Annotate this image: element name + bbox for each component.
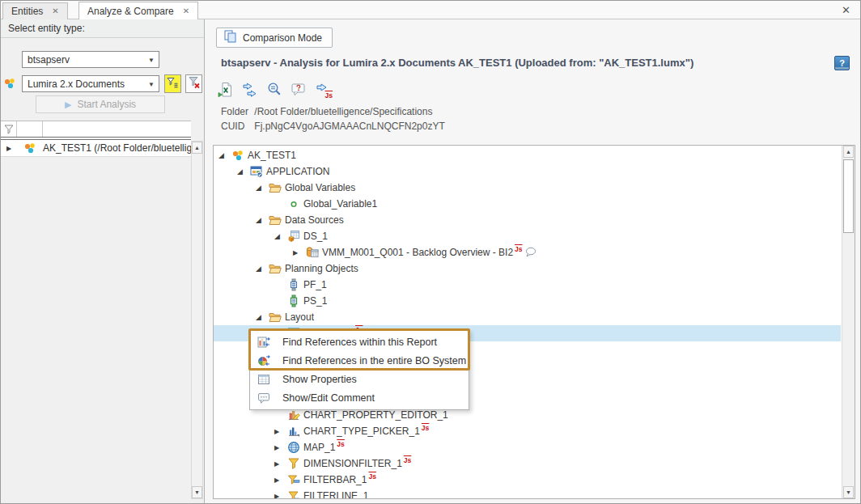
expand-arrow-icon[interactable]: ▶ bbox=[274, 444, 287, 451]
tree-item-label: FILTERLINE_1 bbox=[303, 490, 368, 499]
chevron-down-icon: ▼ bbox=[148, 81, 155, 88]
menu-item-label: Find References in the entire BO System bbox=[282, 355, 466, 366]
entity-list-filter-cell[interactable] bbox=[43, 121, 191, 137]
system-dropdown[interactable]: btsapserv ▼ bbox=[22, 51, 159, 68]
entity-row-label: AK_TEST1 (/Root Folder/bluetelligenc bbox=[43, 142, 191, 154]
tree-item-label: FILTERBAR_1 bbox=[303, 474, 367, 485]
entity-list-filter-row[interactable] bbox=[1, 121, 191, 137]
tree-item-pf-1[interactable]: PF_1 bbox=[214, 277, 841, 293]
entity-list-filter-cell[interactable] bbox=[17, 121, 43, 137]
expand-arrow-icon[interactable]: ▶ bbox=[274, 460, 287, 468]
app-window: Entities ✕ Analyze & Compare ✕ ✕ Select … bbox=[0, 0, 861, 504]
scrollbar-thumb[interactable] bbox=[843, 159, 854, 233]
tree-item-layout[interactable]: ◢ Layout bbox=[214, 309, 841, 325]
collapse-arrow-icon[interactable]: ◢ bbox=[256, 265, 269, 273]
tree-item-label: Global_Variable1 bbox=[303, 198, 377, 210]
expand-arrow-icon[interactable]: ▶ bbox=[274, 476, 287, 484]
menu-item-label: Show Properties bbox=[282, 374, 357, 385]
tree-item-global-variables[interactable]: ◢ Global Variables bbox=[214, 180, 841, 196]
tree-item-ak-test1[interactable]: ◢ AK_TEST1 bbox=[214, 147, 841, 163]
select-entity-type-header: Select entity type: bbox=[1, 19, 204, 38]
collapse-arrow-icon[interactable]: ◢ bbox=[256, 313, 269, 321]
collapse-arrow-icon[interactable]: ◢ bbox=[274, 232, 287, 240]
tree-item-application[interactable]: ◢ APPLICATION bbox=[214, 163, 841, 180]
tree-scrollbar[interactable]: ▲ ▼ bbox=[842, 146, 855, 498]
menu-item-find-references-report[interactable]: Find References within this Report bbox=[250, 332, 469, 351]
help-button[interactable]: ? bbox=[834, 56, 850, 70]
js-badge: Js bbox=[422, 424, 429, 432]
find-in-bo-system-icon bbox=[257, 354, 270, 367]
folder-row: Folder /Root Folder/bluetelligence/Speci… bbox=[221, 106, 432, 117]
comment-indicator-icon bbox=[525, 247, 537, 260]
tree-item-ps-1[interactable]: PS_1 bbox=[214, 293, 841, 309]
tree-item-vmm-query[interactable]: ▶ VMM_M001_Q001 - Backlog Overview - BI2… bbox=[214, 244, 841, 260]
analysis-panel: Comparison Mode btsapserv - Analysis for… bbox=[205, 19, 860, 503]
expand-arrow-icon[interactable]: ▶ bbox=[1, 145, 17, 152]
dimension-filter-icon bbox=[287, 457, 303, 470]
cuid-value: Fj.pNgC4VgoAJGMAAACnLNQCFN2p0zYT bbox=[254, 121, 444, 132]
scroll-up-icon[interactable]: ▲ bbox=[192, 142, 202, 154]
clear-filter-button[interactable] bbox=[185, 74, 202, 93]
scroll-down-icon[interactable]: ▼ bbox=[192, 486, 202, 498]
folder-icon bbox=[269, 214, 285, 227]
menu-item-find-references-bo-system[interactable]: Find References in the entire BO System bbox=[250, 351, 469, 370]
collapse-arrow-icon[interactable]: ◢ bbox=[218, 151, 231, 159]
filter-bar-icon bbox=[287, 473, 303, 486]
tree-item-chart-type-picker-1[interactable]: ▶ CHART_TYPE_PICKER_1 Js bbox=[214, 423, 841, 439]
comparison-mode-button[interactable]: Comparison Mode bbox=[216, 28, 333, 48]
js-badge: Js bbox=[368, 472, 375, 481]
tree-item-global-variable1[interactable]: Global_Variable1 bbox=[214, 196, 841, 212]
expand-arrow-icon[interactable]: ▶ bbox=[274, 493, 287, 500]
tab-close-icon[interactable]: ✕ bbox=[183, 7, 189, 15]
expand-arrow-icon[interactable]: ▶ bbox=[293, 249, 306, 256]
scroll-up-icon[interactable]: ▲ bbox=[843, 146, 854, 158]
tree-item-label: CHART_TYPE_PICKER_1 bbox=[303, 426, 420, 437]
tab-analyze-compare[interactable]: Analyze & Compare ✕ bbox=[78, 2, 198, 19]
analysis-toolbar: Js bbox=[218, 82, 332, 99]
entity-type-dropdown[interactable]: Lumira 2.x Documents ▼ bbox=[22, 75, 159, 92]
tree-item-filterline-1[interactable]: ▶ FILTERLINE_1 bbox=[214, 488, 841, 499]
funnel-filter-icon[interactable] bbox=[1, 121, 17, 137]
system-dropdown-value: btsapserv bbox=[28, 54, 70, 66]
zoom-search-icon[interactable] bbox=[266, 82, 283, 99]
collapse-arrow-icon[interactable]: ◢ bbox=[256, 184, 269, 192]
chart-property-editor-icon bbox=[287, 409, 303, 421]
tree-item-ds-1[interactable]: ◢ DS_1 bbox=[214, 228, 841, 244]
find-references-icon[interactable] bbox=[242, 82, 259, 99]
tree-item-label: DS_1 bbox=[303, 231, 328, 242]
tab-bar: Entities ✕ Analyze & Compare ✕ ✕ bbox=[1, 1, 860, 19]
collapse-arrow-icon[interactable]: ◢ bbox=[237, 167, 250, 176]
tree-item-data-sources[interactable]: ◢ Data Sources bbox=[214, 212, 841, 228]
tree-item-label: Planning Objects bbox=[285, 263, 358, 274]
clear-filter-icon bbox=[188, 76, 201, 91]
tree-item-dimensionfilter-1[interactable]: ▶ DIMENSIONFILTER_1 Js bbox=[214, 455, 841, 472]
find-in-report-icon bbox=[257, 336, 270, 349]
start-analysis-button[interactable]: ▶ Start Analysis bbox=[36, 95, 165, 113]
entity-row-ak-test1[interactable]: ▶ AK_TEST1 (/Root Folder/bluetelligenc bbox=[1, 140, 191, 157]
menu-item-show-edit-comment[interactable]: Show/Edit Comment bbox=[250, 388, 469, 407]
menu-item-show-properties[interactable]: Show Properties bbox=[250, 370, 469, 388]
cuid-row: CUID Fj.pNgC4VgoAJGMAAACnLNQCFN2p0zYT bbox=[221, 121, 445, 132]
collapse-arrow-icon[interactable]: ◢ bbox=[256, 216, 269, 224]
entity-list-scrollbar[interactable]: ▲ ▼ bbox=[191, 141, 203, 499]
lumira-document-icon bbox=[231, 149, 248, 162]
window-close-icon[interactable]: ✕ bbox=[842, 4, 850, 16]
tab-entities[interactable]: Entities ✕ bbox=[2, 2, 68, 19]
map-globe-icon bbox=[287, 441, 303, 454]
export-excel-icon[interactable] bbox=[218, 82, 235, 99]
js-badge: Js bbox=[404, 456, 411, 464]
folder-icon bbox=[269, 311, 285, 324]
tree-item-filterbar-1[interactable]: ▶ FILTERBAR_1 Js bbox=[214, 472, 841, 488]
scroll-down-icon[interactable]: ▼ bbox=[843, 486, 854, 498]
lumira-documents-icon bbox=[3, 77, 16, 92]
filter-list-button[interactable] bbox=[164, 74, 181, 93]
tree-item-planning-objects[interactable]: ◢ Planning Objects bbox=[214, 260, 841, 277]
expand-arrow-icon[interactable]: ▶ bbox=[274, 428, 287, 435]
planning-sequence-icon bbox=[287, 294, 303, 307]
menu-item-label: Show/Edit Comment bbox=[282, 392, 375, 404]
js-references-icon[interactable]: Js bbox=[315, 82, 332, 99]
tree-item-map-1[interactable]: ▶ MAP_1 Js bbox=[214, 439, 841, 455]
tree-item-label: DIMENSIONFILTER_1 bbox=[303, 458, 402, 469]
comment-question-icon[interactable] bbox=[291, 82, 308, 99]
tab-close-icon[interactable]: ✕ bbox=[52, 7, 58, 15]
